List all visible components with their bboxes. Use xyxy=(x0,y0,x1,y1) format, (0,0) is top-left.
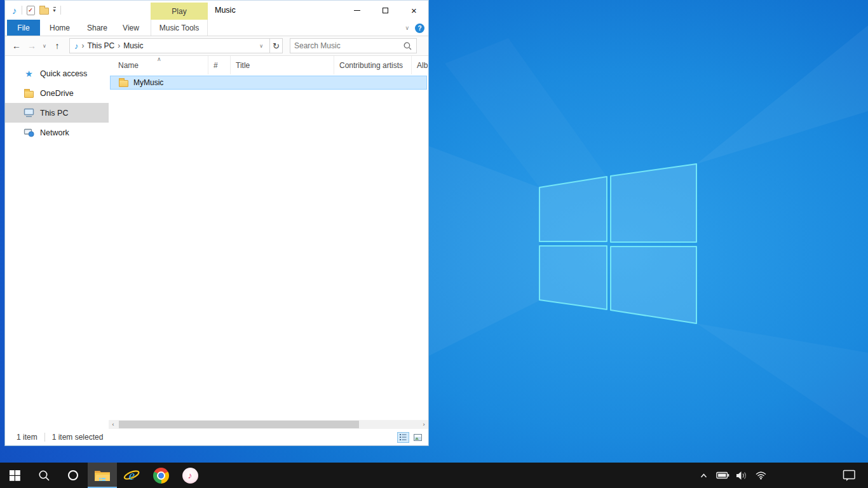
file-name: MyMusic xyxy=(133,78,163,87)
logo-pane-top-right xyxy=(611,164,696,242)
ribbon-tab-row: File Home Share View Music Tools ∨ ? xyxy=(5,20,428,36)
search-icon xyxy=(38,470,50,482)
logo-pane-bottom-left xyxy=(539,246,607,309)
search-input[interactable] xyxy=(290,41,403,50)
screen: ♪ ✓ ▾ Play Music × File Home Share View … xyxy=(0,0,868,488)
collapse-ribbon-chevron-icon[interactable]: ∨ xyxy=(405,25,409,31)
sidebar-item-this-pc[interactable]: This PC xyxy=(5,103,109,123)
scroll-right-arrow-icon[interactable]: › xyxy=(419,420,428,429)
titlebar: ♪ ✓ ▾ Play Music × xyxy=(5,1,428,20)
scrollbar-thumb[interactable] xyxy=(119,421,359,428)
hidden-icons-chevron-icon[interactable] xyxy=(696,472,710,479)
thumbnail-view-button[interactable] xyxy=(412,432,424,443)
column-header-title[interactable]: Title xyxy=(231,56,334,74)
separator xyxy=(60,6,61,15)
internet-explorer-button[interactable]: e xyxy=(117,463,146,488)
maximize-icon xyxy=(383,8,388,13)
music-note-app-icon: ♪ xyxy=(12,6,17,15)
new-folder-icon[interactable] xyxy=(39,8,49,15)
column-header-album[interactable]: Alb xyxy=(412,56,428,74)
volume-icon[interactable] xyxy=(735,471,749,480)
column-header-number[interactable]: # xyxy=(208,56,231,74)
item-count: 1 item xyxy=(17,433,37,442)
minimize-icon xyxy=(354,10,360,11)
taskbar: e ♪ xyxy=(0,463,868,488)
sidebar-item-label: This PC xyxy=(40,109,68,118)
file-explorer-icon xyxy=(94,469,111,482)
file-row-mymusic[interactable]: MyMusic xyxy=(110,76,427,90)
breadcrumb-chevron-icon[interactable]: › xyxy=(82,41,85,50)
chrome-icon xyxy=(153,468,169,484)
back-button[interactable]: ← xyxy=(9,41,24,51)
refresh-button[interactable]: ↻ xyxy=(270,38,283,53)
start-button[interactable] xyxy=(0,463,29,488)
sidebar-item-label: OneDrive xyxy=(40,89,74,98)
file-explorer-window: ♪ ✓ ▾ Play Music × File Home Share View … xyxy=(4,0,429,446)
horizontal-scrollbar[interactable]: ‹ › xyxy=(109,420,428,429)
separator xyxy=(22,6,22,15)
column-header-contributing-artists[interactable]: Contributing artists xyxy=(334,56,412,74)
window-title: Music xyxy=(215,6,236,15)
recent-locations-chevron-icon[interactable]: ∨ xyxy=(39,43,50,49)
logo-pane-top-left xyxy=(539,177,607,241)
tab-view[interactable]: View xyxy=(115,20,147,36)
tab-music-tools[interactable]: Music Tools xyxy=(151,20,208,36)
chrome-button[interactable] xyxy=(146,463,175,488)
quick-access-toolbar: ♪ ✓ ▾ xyxy=(12,6,61,15)
maximize-button[interactable] xyxy=(371,1,400,20)
tab-home[interactable]: Home xyxy=(40,20,79,36)
itunes-button[interactable]: ♪ xyxy=(175,463,205,488)
status-bar: 1 item 1 item selected xyxy=(5,429,428,445)
details-view-button[interactable] xyxy=(397,432,409,443)
list-empty-space xyxy=(109,90,428,420)
details-view-icon xyxy=(400,434,407,440)
action-center-icon xyxy=(843,470,856,482)
logo-pane-bottom-right xyxy=(611,247,696,323)
internet-explorer-icon: e xyxy=(123,467,140,484)
onedrive-folder-icon xyxy=(24,88,34,98)
up-button[interactable]: ↑ xyxy=(50,41,65,51)
close-button[interactable]: × xyxy=(400,1,428,20)
cortana-circle-icon xyxy=(67,470,79,481)
forward-button[interactable]: → xyxy=(24,41,39,51)
sidebar-item-label: Quick access xyxy=(40,69,87,78)
navigation-toolbar: ← → ∨ ↑ ♪ › This PC › Music ∨ ↻ xyxy=(5,36,428,56)
sidebar-item-label: Network xyxy=(40,128,69,137)
network-globe-icon xyxy=(24,128,34,138)
ribbon-controls: ∨ ? xyxy=(405,20,424,36)
cortana-button[interactable] xyxy=(58,463,88,488)
contextual-tab-badge-play[interactable]: Play xyxy=(151,3,208,20)
this-pc-monitor-icon xyxy=(24,108,34,118)
address-dropdown-chevron-icon[interactable]: ∨ xyxy=(255,43,267,49)
breadcrumb-this-pc[interactable]: This PC xyxy=(88,41,115,50)
close-icon: × xyxy=(411,6,417,15)
action-center-button[interactable] xyxy=(836,463,862,488)
sidebar-item-network[interactable]: Network xyxy=(5,123,109,142)
status-divider xyxy=(44,433,45,442)
help-button[interactable]: ? xyxy=(415,24,424,33)
taskbar-file-explorer-button[interactable] xyxy=(88,463,117,488)
sidebar-item-onedrive[interactable]: OneDrive xyxy=(5,83,109,103)
folder-icon xyxy=(119,80,128,87)
minimize-button[interactable] xyxy=(342,1,371,20)
wifi-icon[interactable] xyxy=(754,471,768,480)
caption-buttons: × xyxy=(342,1,428,20)
selection-count: 1 item selected xyxy=(52,433,104,442)
properties-icon[interactable]: ✓ xyxy=(27,6,35,15)
customize-qat-chevron-icon[interactable]: ▾ xyxy=(53,7,56,13)
taskbar-search-button[interactable] xyxy=(29,463,58,488)
tab-file[interactable]: File xyxy=(7,20,40,36)
main-area: ★ Quick access OneDrive This PC xyxy=(5,56,428,429)
breadcrumb-music[interactable]: Music xyxy=(123,41,143,50)
system-tray xyxy=(696,463,768,488)
address-bar[interactable]: ♪ › This PC › Music ∨ xyxy=(69,38,270,53)
sort-ascending-icon: ∧ xyxy=(157,56,161,62)
search-box xyxy=(290,38,417,53)
windows-start-icon xyxy=(10,470,20,481)
svg-text:e: e xyxy=(128,468,134,483)
tab-share[interactable]: Share xyxy=(79,20,115,36)
breadcrumb-chevron-icon[interactable]: › xyxy=(118,41,120,50)
sidebar-item-quick-access[interactable]: ★ Quick access xyxy=(5,64,109,83)
battery-icon[interactable] xyxy=(715,471,729,479)
scroll-left-arrow-icon[interactable]: ‹ xyxy=(109,420,118,429)
